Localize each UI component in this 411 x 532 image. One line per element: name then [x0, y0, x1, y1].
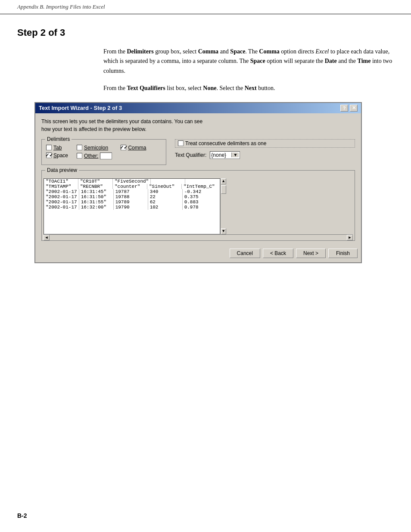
cell: 102 — [148, 205, 183, 210]
dialog-window: Text Import Wizard - Step 2 of 3 ? ✕ Thi… — [34, 102, 362, 263]
cell: "TMSTAMP" — [44, 184, 78, 189]
space-label[interactable]: Space — [53, 152, 68, 159]
h-scroll-track — [50, 235, 347, 240]
cell: "counter" — [113, 184, 147, 189]
cell: 340 — [148, 189, 183, 194]
comma-checkbox[interactable]: ✓ — [121, 145, 126, 150]
help-button[interactable]: ? — [340, 105, 348, 112]
text-qualifier-select[interactable]: {none} ▼ — [210, 151, 240, 159]
cell: 22 — [148, 194, 183, 199]
delimiters-group: Delimiters Tab ✓ Space — [41, 139, 166, 165]
p1-text: From the Delimiters group box, select Co… — [103, 48, 392, 74]
space-checkbox-row: ✓ Space — [46, 152, 68, 159]
cell: "RECNBR" — [78, 184, 113, 189]
preview-with-scrollbar: "TOACI1" "CR10T" "FiveSecond" "TMSTAMP" … — [44, 178, 353, 234]
paragraph-2: From the Text Qualifiers list box, selec… — [103, 84, 394, 93]
page-header: Appendix B. Importing Files into Excel — [0, 0, 411, 14]
comma-checkbox-row: ✓ Comma — [121, 145, 146, 151]
scroll-up-arrow[interactable]: ▲ — [221, 178, 226, 184]
cell — [151, 179, 185, 184]
text-qualifier-row: Text Qualifier: {none} ▼ — [175, 151, 355, 159]
cell: "2002-01-17 — [44, 205, 79, 210]
close-button[interactable]: ✕ — [350, 105, 358, 112]
p2-text: From the Text Qualifiers list box, selec… — [103, 85, 275, 91]
cell: "CR10T" — [78, 179, 113, 184]
cell: 0.978 — [183, 205, 217, 210]
semicolon-checkbox[interactable] — [77, 145, 82, 150]
other-label[interactable]: Other: — [84, 153, 98, 159]
cell: "IntTemp_C" — [182, 184, 217, 189]
scroll-thumb[interactable] — [221, 185, 226, 194]
cell: "2002-01-17 — [44, 194, 79, 199]
cell — [185, 179, 220, 184]
delimiters-legend: Delimiters — [45, 136, 72, 142]
dialog-title: Text Import Wizard - Step 2 of 3 — [39, 105, 122, 111]
other-checkbox-row: Other: — [77, 152, 112, 159]
table-row: "TMSTAMP" "RECNBR" "counter" "SineOut" "… — [44, 184, 220, 189]
step-title: Step 2 of 3 — [17, 27, 394, 38]
table-row: "TOACI1" "CR10T" "FiveSecond" — [44, 179, 220, 184]
paragraph-1: From the Delimiters group box, select Co… — [103, 47, 394, 76]
table-row: "2002-01-17 16:31:50" 19788 22 0.375 — [44, 194, 220, 199]
semicolon-label[interactable]: Semicolon — [84, 145, 108, 151]
text-qualifier-label: Text Qualifier: — [175, 152, 206, 158]
cell: 19788 — [114, 194, 148, 199]
cell: 0.883 — [183, 199, 217, 205]
cancel-button[interactable]: Cancel — [230, 249, 260, 258]
titlebar-buttons: ? ✕ — [340, 105, 358, 112]
options-row: Delimiters Tab ✓ Space — [41, 139, 355, 170]
data-preview-content: "TOACI1" "CR10T" "FiveSecond" "TMSTAMP" … — [44, 178, 353, 240]
scroll-left-arrow[interactable]: ◀ — [44, 235, 50, 240]
dialog-buttons: Cancel < Back Next > Finish — [35, 245, 361, 262]
page-footer: B-2 — [0, 495, 44, 523]
data-preview-inner[interactable]: "TOACI1" "CR10T" "FiveSecond" "TMSTAMP" … — [44, 178, 220, 234]
treat-consecutive-label: Treat consecutive delimiters as one — [185, 140, 266, 146]
back-button[interactable]: < Back — [263, 249, 293, 258]
cell: "2002-01-17 — [44, 199, 79, 205]
tab-checkbox-row: Tab — [46, 145, 68, 151]
finish-button[interactable]: Finish — [328, 249, 358, 258]
delimiters-content: Tab ✓ Space Semicolon — [46, 145, 162, 161]
select-arrow-icon[interactable]: ▼ — [231, 152, 239, 157]
text-qualifier-value: {none} — [211, 152, 226, 158]
cell: 19787 — [114, 189, 148, 194]
dialog-titlebar: Text Import Wizard - Step 2 of 3 ? ✕ — [35, 103, 361, 113]
cell: "SineOut" — [147, 184, 182, 189]
cell: 16:31:55" — [79, 199, 114, 205]
space-checkbox[interactable]: ✓ — [46, 152, 52, 158]
right-options: Treat consecutive delimiters as one Text… — [175, 139, 355, 159]
table-row: "2002-01-17 16:32:00" 19790 102 0.978 — [44, 205, 220, 210]
treat-consecutive-checkbox[interactable] — [178, 140, 184, 146]
header-text: Appendix B. Importing Files into Excel — [17, 3, 105, 10]
description-line2: how your text is affected in the preview… — [41, 126, 146, 132]
horizontal-scrollbar[interactable]: ◀ ▶ — [44, 234, 353, 240]
data-preview-legend: Data preview — [45, 167, 79, 173]
description-line1: This screen lets you set the delimiters … — [41, 118, 202, 124]
data-preview-group: Data preview "TOACI1" "CR10T" "FiveSecon… — [41, 170, 355, 241]
cell: 19790 — [114, 205, 148, 210]
other-input[interactable] — [100, 152, 112, 159]
cell: 19789 — [114, 199, 148, 205]
scroll-right-arrow[interactable]: ▶ — [347, 235, 353, 240]
scroll-down-arrow[interactable]: ▼ — [221, 228, 226, 234]
dialog-body: This screen lets you set the delimiters … — [35, 113, 361, 245]
cell: 16:31:50" — [79, 194, 114, 199]
vertical-scrollbar[interactable]: ▲ ▼ — [220, 178, 226, 234]
comma-label[interactable]: Comma — [128, 145, 146, 151]
tab-label[interactable]: Tab — [53, 145, 62, 151]
next-button[interactable]: Next > — [296, 249, 326, 258]
cell: -0.342 — [183, 189, 217, 194]
cell: 62 — [148, 199, 183, 205]
cell: 0.375 — [183, 194, 217, 199]
table-row: "2002-01-17 16:31:55" 19789 62 0.883 — [44, 199, 220, 205]
tab-checkbox[interactable] — [46, 145, 52, 150]
table-row: "2002-01-17 16:31:45" 19787 340 -0.342 — [44, 189, 220, 194]
page-number: B-2 — [17, 512, 27, 519]
cell: 16:32:00" — [79, 205, 114, 210]
cell: "2002-01-17 — [44, 189, 79, 194]
dialog-description: This screen lets you set the delimiters … — [41, 118, 355, 133]
page-content: Step 2 of 3 From the Delimiters group bo… — [0, 14, 411, 280]
treat-consecutive-box: Treat consecutive delimiters as one — [175, 139, 355, 148]
other-checkbox[interactable] — [77, 153, 82, 159]
cell: "FiveSecond" — [113, 179, 151, 184]
